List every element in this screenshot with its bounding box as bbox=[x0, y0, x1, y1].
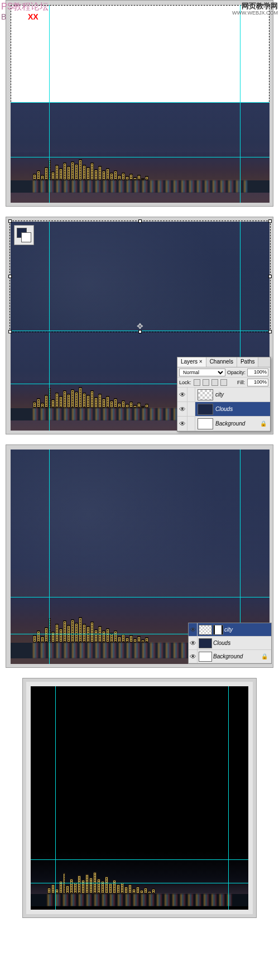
layer-thumbnail[interactable] bbox=[199, 625, 212, 635]
guide-vertical[interactable] bbox=[240, 5, 240, 203]
watermark-xx: XX bbox=[28, 12, 39, 21]
visibility-eye-icon[interactable]: 👁 bbox=[177, 388, 187, 401]
screenshot-step-3: 👁 city 👁 Clouds 👁 Background 🔒 bbox=[6, 444, 273, 668]
fill-label: Fill: bbox=[237, 380, 245, 385]
move-cursor-icon: ✥ bbox=[136, 322, 144, 330]
lock-position-icon[interactable] bbox=[211, 379, 218, 386]
lock-label: Lock: bbox=[179, 380, 191, 385]
lock-icon: 🔒 bbox=[261, 653, 268, 659]
layer-mask-thumbnail[interactable] bbox=[213, 625, 223, 635]
screenshot-step-2: ✥ Layers × Channels Paths Normal Opacity… bbox=[6, 217, 273, 434]
guide-horizontal[interactable] bbox=[11, 597, 270, 597]
guide-vertical[interactable] bbox=[49, 222, 50, 431]
watermark-top-right-url: WWW.WEBJX.COM bbox=[232, 10, 278, 16]
canvas[interactable] bbox=[31, 686, 248, 910]
lock-all-icon[interactable] bbox=[220, 379, 227, 386]
guide-horizontal[interactable] bbox=[31, 883, 248, 883]
layers-panel-mini: 👁 city 👁 Clouds 👁 Background 🔒 bbox=[188, 623, 272, 664]
visibility-eye-icon[interactable]: 👁 bbox=[189, 623, 198, 636]
visibility-eye-icon[interactable]: 👁 bbox=[189, 650, 198, 663]
layer-name[interactable]: Clouds bbox=[215, 406, 233, 412]
color-swatch-tool[interactable] bbox=[14, 225, 34, 245]
tab-channels[interactable]: Channels bbox=[206, 357, 237, 367]
layer-row[interactable]: 👁 Clouds bbox=[189, 637, 271, 650]
visibility-eye-icon[interactable]: 👁 bbox=[177, 402, 187, 416]
guide-vertical[interactable] bbox=[49, 450, 50, 664]
guide-vertical[interactable] bbox=[228, 686, 229, 910]
guide-horizontal[interactable] bbox=[11, 331, 270, 331]
guide-horizontal[interactable] bbox=[31, 859, 248, 860]
layer-name[interactable]: Clouds bbox=[213, 640, 230, 646]
layers-panel: Layers × Channels Paths Normal Opacity: … bbox=[177, 357, 271, 432]
tab-layers[interactable]: Layers × bbox=[177, 357, 206, 367]
tab-paths[interactable]: Paths bbox=[237, 357, 259, 367]
layer-name[interactable]: city bbox=[215, 391, 224, 398]
layer-name[interactable]: Background bbox=[215, 420, 245, 427]
visibility-eye-icon[interactable]: 👁 bbox=[189, 637, 198, 649]
fill-input[interactable]: 100% bbox=[247, 379, 268, 386]
layer-row[interactable]: 👁 Background 🔒 bbox=[189, 650, 271, 663]
canvas[interactable] bbox=[11, 5, 270, 203]
lock-transparency-icon[interactable] bbox=[194, 379, 200, 386]
screenshot-step-4 bbox=[22, 678, 257, 918]
guide-vertical[interactable] bbox=[55, 686, 56, 910]
layer-row[interactable]: 👁 city bbox=[177, 388, 270, 402]
lock-icon: 🔒 bbox=[260, 420, 267, 427]
panel-tabs: Layers × Channels Paths bbox=[177, 357, 270, 367]
watermark-top-left: PS教程论坛 bbox=[1, 1, 49, 13]
screenshot-step-1 bbox=[6, 0, 273, 207]
layer-thumbnail[interactable] bbox=[199, 638, 212, 648]
layer-row[interactable]: 👁 city bbox=[189, 623, 271, 637]
guide-horizontal[interactable] bbox=[11, 102, 270, 103]
layer-thumbnail[interactable] bbox=[198, 404, 213, 415]
watermark-b: B bbox=[1, 12, 6, 21]
layer-row[interactable]: 👁 Background 🔒 bbox=[177, 417, 270, 431]
layer-row[interactable]: 👁 Clouds bbox=[177, 402, 270, 417]
layer-thumbnail[interactable] bbox=[198, 418, 213, 429]
layer-thumbnail[interactable] bbox=[199, 652, 212, 662]
guide-horizontal[interactable] bbox=[11, 157, 270, 157]
opacity-label: Opacity: bbox=[227, 370, 246, 375]
layer-thumbnail[interactable] bbox=[198, 389, 213, 400]
blend-mode-select[interactable]: Normal bbox=[179, 369, 225, 376]
guide-vertical[interactable] bbox=[49, 5, 50, 203]
layer-name[interactable]: city bbox=[224, 627, 233, 633]
lock-pixels-icon[interactable] bbox=[203, 379, 209, 386]
visibility-eye-icon[interactable]: 👁 bbox=[177, 417, 187, 431]
background-color-swatch[interactable] bbox=[21, 232, 31, 242]
opacity-input[interactable]: 100% bbox=[247, 369, 268, 376]
layer-name[interactable]: Background bbox=[213, 653, 243, 659]
